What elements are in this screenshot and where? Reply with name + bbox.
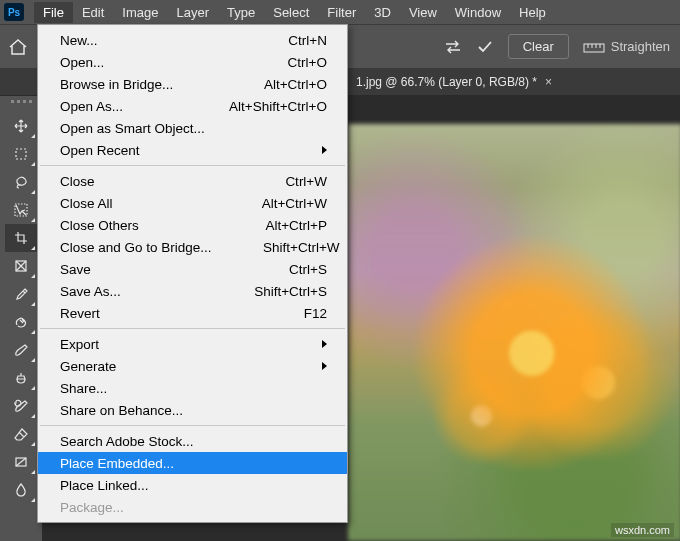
menu-filter[interactable]: Filter xyxy=(318,2,365,23)
menu-item-label: Open... xyxy=(60,55,199,70)
menu-item-label: Generate xyxy=(60,359,312,374)
menu-item-shortcut: Ctrl+S xyxy=(217,262,327,277)
menu-item-new[interactable]: New...Ctrl+N xyxy=(38,29,347,51)
menu-image[interactable]: Image xyxy=(113,2,167,23)
menu-item-shortcut: Ctrl+N xyxy=(217,33,327,48)
menu-item-shortcut: Shift+Ctrl+S xyxy=(217,284,327,299)
menu-item-package: Package... xyxy=(38,496,347,518)
menu-item-shortcut: F12 xyxy=(217,306,327,321)
menu-item-shortcut: Alt+Shift+Ctrl+O xyxy=(217,99,327,114)
blur-tool[interactable] xyxy=(5,476,37,504)
menu-item-label: Share on Behance... xyxy=(60,403,327,418)
menu-item-shortcut: Alt+Ctrl+O xyxy=(217,77,327,92)
move-tool[interactable] xyxy=(5,112,37,140)
menu-item-label: Open Recent xyxy=(60,143,312,158)
menu-item-label: Browse in Bridge... xyxy=(60,77,199,92)
menu-item-label: New... xyxy=(60,33,199,48)
menu-item-open-as-smart-object[interactable]: Open as Smart Object... xyxy=(38,117,347,139)
crop-tool[interactable] xyxy=(5,224,37,252)
menu-item-shortcut: Alt+Ctrl+P xyxy=(217,218,327,233)
menu-layer[interactable]: Layer xyxy=(168,2,219,23)
menu-separator xyxy=(40,165,345,166)
palette-handle-icon[interactable] xyxy=(9,100,33,106)
eyedropper-tool[interactable] xyxy=(5,280,37,308)
canvas-image xyxy=(348,124,680,541)
lasso-tool[interactable] xyxy=(5,168,37,196)
menu-item-shortcut: Ctrl+O xyxy=(217,55,327,70)
menu-item-label: Open As... xyxy=(60,99,199,114)
svg-line-11 xyxy=(16,458,26,466)
menu-item-label: Package... xyxy=(60,500,327,515)
submenu-arrow-icon xyxy=(322,146,327,154)
menu-item-export[interactable]: Export xyxy=(38,333,347,355)
menu-item-label: Close xyxy=(60,174,199,189)
menu-separator xyxy=(40,425,345,426)
menu-item-place-embedded[interactable]: Place Embedded... xyxy=(38,452,347,474)
swap-icon[interactable] xyxy=(444,39,462,55)
menu-window[interactable]: Window xyxy=(446,2,510,23)
menu-item-label: Save xyxy=(60,262,199,277)
menu-item-label: Place Embedded... xyxy=(60,456,327,471)
check-icon[interactable] xyxy=(476,39,494,55)
menu-item-label: Close and Go to Bridge... xyxy=(60,240,212,255)
clone-stamp-tool[interactable] xyxy=(5,364,37,392)
close-icon[interactable]: × xyxy=(545,75,552,89)
straighten-label: Straighten xyxy=(611,39,670,54)
document-tab-title: 1.jpg @ 66.7% (Layer 0, RGB/8) * xyxy=(356,75,537,89)
menu-3d[interactable]: 3D xyxy=(365,2,400,23)
app-logo: Ps xyxy=(4,3,24,21)
eraser-tool[interactable] xyxy=(5,420,37,448)
menu-separator xyxy=(40,328,345,329)
menu-item-share[interactable]: Share... xyxy=(38,377,347,399)
menu-item-close-all[interactable]: Close AllAlt+Ctrl+W xyxy=(38,192,347,214)
menu-item-open-as[interactable]: Open As...Alt+Shift+Ctrl+O xyxy=(38,95,347,117)
menu-type[interactable]: Type xyxy=(218,2,264,23)
menu-item-label: Save As... xyxy=(60,284,199,299)
menu-item-label: Revert xyxy=(60,306,199,321)
menu-item-revert[interactable]: RevertF12 xyxy=(38,302,347,324)
menu-item-shortcut: Alt+Ctrl+W xyxy=(217,196,327,211)
menu-item-search-adobe-stock[interactable]: Search Adobe Stock... xyxy=(38,430,347,452)
marquee-tool[interactable] xyxy=(5,140,37,168)
menu-item-label: Share... xyxy=(60,381,327,396)
tool-palette xyxy=(0,96,42,504)
quick-select-tool[interactable] xyxy=(5,196,37,224)
menu-item-share-on-behance[interactable]: Share on Behance... xyxy=(38,399,347,421)
menu-item-label: Open as Smart Object... xyxy=(60,121,327,136)
menu-item-open-recent[interactable]: Open Recent xyxy=(38,139,347,161)
menu-item-label: Search Adobe Stock... xyxy=(60,434,327,449)
clear-button[interactable]: Clear xyxy=(508,34,569,59)
menu-help[interactable]: Help xyxy=(510,2,555,23)
brush-tool[interactable] xyxy=(5,336,37,364)
menu-item-generate[interactable]: Generate xyxy=(38,355,347,377)
menu-item-save[interactable]: SaveCtrl+S xyxy=(38,258,347,280)
straighten-icon[interactable] xyxy=(583,40,605,54)
history-brush-tool[interactable] xyxy=(5,392,37,420)
menu-select[interactable]: Select xyxy=(264,2,318,23)
document-tab[interactable]: 1.jpg @ 66.7% (Layer 0, RGB/8) * × xyxy=(348,70,560,94)
svg-rect-5 xyxy=(16,149,26,159)
file-menu-dropdown: New...Ctrl+NOpen...Ctrl+OBrowse in Bridg… xyxy=(37,24,348,523)
watermark: wsxdn.com xyxy=(611,523,674,537)
menu-item-place-linked[interactable]: Place Linked... xyxy=(38,474,347,496)
menu-item-close-others[interactable]: Close OthersAlt+Ctrl+P xyxy=(38,214,347,236)
menu-item-close[interactable]: CloseCtrl+W xyxy=(38,170,347,192)
svg-rect-0 xyxy=(584,44,604,52)
menu-item-label: Close All xyxy=(60,196,199,211)
menu-item-close-and-go-to-bridge[interactable]: Close and Go to Bridge...Shift+Ctrl+W xyxy=(38,236,347,258)
menu-item-save-as[interactable]: Save As...Shift+Ctrl+S xyxy=(38,280,347,302)
home-icon[interactable] xyxy=(8,38,28,56)
submenu-arrow-icon xyxy=(322,340,327,348)
menu-item-browse-in-bridge[interactable]: Browse in Bridge...Alt+Ctrl+O xyxy=(38,73,347,95)
app-menubar: Ps FileEditImageLayerTypeSelectFilter3DV… xyxy=(0,0,680,24)
gradient-tool[interactable] xyxy=(5,448,37,476)
menu-view[interactable]: View xyxy=(400,2,446,23)
menu-item-open[interactable]: Open...Ctrl+O xyxy=(38,51,347,73)
menu-file[interactable]: File xyxy=(34,2,73,23)
menu-item-label: Place Linked... xyxy=(60,478,327,493)
menu-item-label: Export xyxy=(60,337,312,352)
frame-tool[interactable] xyxy=(5,252,37,280)
healing-brush-tool[interactable] xyxy=(5,308,37,336)
menu-edit[interactable]: Edit xyxy=(73,2,113,23)
menu-item-shortcut: Shift+Ctrl+W xyxy=(230,240,340,255)
